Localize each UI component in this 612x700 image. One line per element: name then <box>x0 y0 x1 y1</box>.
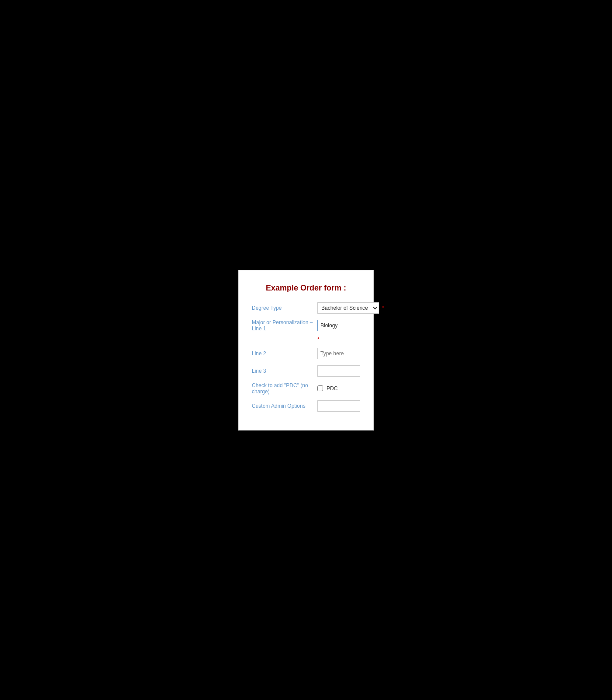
major-line1-row: Major or Personalization – Line 1 <box>252 319 360 332</box>
custom-admin-label: Custom Admin Options <box>252 403 317 409</box>
line3-label: Line 3 <box>252 368 317 374</box>
line2-row: Line 2 <box>252 347 360 360</box>
line2-label: Line 2 <box>252 350 317 357</box>
major-required-star: * <box>317 336 320 343</box>
order-form-container: Example Order form : Degree Type Bachelo… <box>238 270 374 430</box>
line3-input[interactable] <box>317 365 360 377</box>
pdc-label: Check to add "PDC" (no charge) <box>252 382 317 395</box>
major-line1-label: Major or Personalization – Line 1 <box>252 319 317 332</box>
major-line1-field <box>317 320 360 331</box>
pdc-checkbox-label: PDC <box>327 385 337 392</box>
major-line1-input[interactable] <box>317 320 360 331</box>
major-required-row: * <box>252 336 360 343</box>
degree-type-field: Bachelor of Science Master of Science Ba… <box>317 302 384 314</box>
custom-admin-input[interactable] <box>317 400 360 412</box>
line2-input[interactable] <box>317 348 360 359</box>
degree-type-select[interactable]: Bachelor of Science Master of Science Ba… <box>317 302 379 314</box>
pdc-field: PDC <box>317 385 360 392</box>
line3-row: Line 3 <box>252 364 360 378</box>
line3-field <box>317 365 360 377</box>
form-title: Example Order form : <box>252 284 360 293</box>
line2-field <box>317 348 360 359</box>
degree-type-required-star: * <box>382 305 384 311</box>
custom-admin-field <box>317 400 360 412</box>
degree-type-label: Degree Type <box>252 305 317 311</box>
pdc-row: Check to add "PDC" (no charge) PDC <box>252 382 360 395</box>
custom-admin-row: Custom Admin Options <box>252 399 360 413</box>
pdc-checkbox[interactable] <box>317 385 323 391</box>
degree-type-row: Degree Type Bachelor of Science Master o… <box>252 301 360 315</box>
